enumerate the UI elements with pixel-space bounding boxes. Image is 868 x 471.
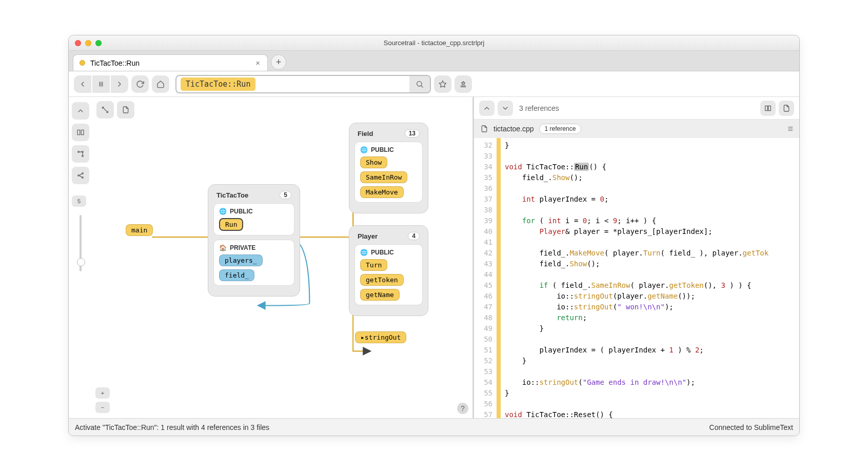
search-button[interactable] <box>409 76 430 92</box>
graph-sidebar: 5 <box>69 97 92 418</box>
status-bar: Activate "TicTacToe::Run": 1 result with… <box>69 418 799 436</box>
zoom-out-button[interactable]: − <box>95 402 110 413</box>
tab-status-icon <box>80 60 85 66</box>
references-label: 3 references <box>519 104 559 112</box>
titlebar: Sourcetrail - tictactoe_cpp.srctrlprj <box>69 35 799 51</box>
bookmarks-list-button[interactable] <box>455 75 472 93</box>
method-run[interactable]: Run <box>219 218 243 231</box>
zoom-in-button[interactable]: + <box>95 387 110 399</box>
node-badge: 13 <box>405 129 420 138</box>
home-button[interactable] <box>152 75 169 93</box>
snippet-mode-button[interactable] <box>760 101 776 116</box>
public-section: 🌐 PUBLIC <box>219 208 253 215</box>
file-view-button[interactable] <box>117 101 134 119</box>
node-badge: 5 <box>280 191 291 199</box>
code-body[interactable]: } void TicTacToe::Run() { field_.Show();… <box>501 138 799 418</box>
node-title: TicTacToe <box>216 191 248 199</box>
graph-pane: 5 <box>69 97 474 418</box>
method-turn[interactable]: Turn <box>360 259 387 271</box>
graph-canvas[interactable]: main TicTacToe5 🌐 PUBLIC Run 🏠 PRIVATE p… <box>92 97 472 418</box>
highlight-bar <box>497 138 501 418</box>
toolbar: TicTacToe::Run <box>69 71 799 97</box>
forward-button[interactable] <box>111 75 128 93</box>
private-section: 🏠 PRIVATE <box>219 244 255 251</box>
node-title: Player <box>358 232 378 240</box>
node-player[interactable]: Player4 🌐 PUBLIC Turn getToken getName <box>349 225 428 316</box>
svg-line-17 <box>103 107 108 113</box>
help-button[interactable]: ? <box>457 403 468 414</box>
dependencies-button[interactable] <box>72 145 89 163</box>
bookmark-button[interactable] <box>434 75 451 93</box>
new-tab-button[interactable]: + <box>271 54 286 70</box>
code-pane: 3 references tictactoe.cpp 1 reference ≡… <box>474 97 799 418</box>
code-pane-header: 3 references <box>474 97 799 120</box>
collapse-up-button[interactable] <box>72 102 89 120</box>
file-menu-button[interactable]: ≡ <box>787 124 793 134</box>
tab-close-button[interactable]: × <box>255 58 260 67</box>
file-name[interactable]: tictactoe.cpp <box>494 125 534 133</box>
svg-marker-5 <box>440 81 446 87</box>
svg-rect-18 <box>765 106 768 110</box>
layout-toggle-button[interactable] <box>72 124 89 141</box>
public-section: 🌐 PUBLIC <box>360 146 394 153</box>
snippet-view-button[interactable] <box>96 101 114 119</box>
svg-rect-10 <box>81 130 84 134</box>
callers-button[interactable] <box>72 167 89 184</box>
public-section: 🌐 PUBLIC <box>360 249 394 256</box>
svg-line-4 <box>422 86 423 87</box>
node-stringout[interactable]: ▸stringOut <box>355 331 406 343</box>
status-left: Activate "TicTacToe::Run": 1 result with… <box>75 423 269 431</box>
tab-label: TicTacToe::Run <box>90 59 140 67</box>
method-gettoken[interactable]: getToken <box>360 274 404 286</box>
node-field[interactable]: Field13 🌐 PUBLIC Show SameInRow MakeMove <box>349 123 428 213</box>
app-window: Sourcetrail - tictactoe_cpp.srctrlprj Ti… <box>68 35 800 436</box>
field-field[interactable]: field_ <box>219 269 254 281</box>
node-title: Field <box>358 130 373 138</box>
line-gutter: 32 33 34 35 36 37 38 39 40 41 42 43 44 4… <box>474 138 497 418</box>
tab-bar: TicTacToe::Run × + <box>69 51 799 71</box>
method-makemove[interactable]: MakeMove <box>360 186 404 198</box>
file-icon <box>480 125 488 133</box>
refresh-button[interactable] <box>131 75 149 93</box>
node-badge: 4 <box>408 232 420 240</box>
node-main[interactable]: main <box>126 224 153 236</box>
file-mode-button[interactable] <box>779 101 794 116</box>
tab-active[interactable]: TicTacToe::Run × <box>73 54 268 71</box>
file-refs-badge: 1 reference <box>539 124 582 134</box>
code-view[interactable]: 32 33 34 35 36 37 38 39 40 41 42 43 44 4… <box>474 138 799 418</box>
svg-rect-9 <box>77 130 80 134</box>
zoom-controls: + − <box>95 387 110 413</box>
window-title: Sourcetrail - tictactoe_cpp.srctrlprj <box>69 39 799 47</box>
zoom-slider[interactable] <box>80 215 82 271</box>
method-getname[interactable]: getName <box>360 289 400 301</box>
search-box[interactable]: TicTacToe::Run <box>175 75 431 93</box>
status-right: Connected to SublimeText <box>709 423 793 431</box>
method-sameinrow[interactable]: SameInRow <box>360 171 407 183</box>
file-bar: tictactoe.cpp 1 reference ≡ <box>474 120 799 138</box>
history-group <box>74 75 128 93</box>
prev-reference-button[interactable] <box>479 101 495 116</box>
zoom-level-label: 5 <box>72 195 86 207</box>
next-reference-button[interactable] <box>498 101 513 116</box>
search-chip[interactable]: TicTacToe::Run <box>181 77 255 91</box>
field-players[interactable]: players_ <box>219 254 263 266</box>
node-tictactoe[interactable]: TicTacToe5 🌐 PUBLIC Run 🏠 PRIVATE player… <box>208 184 300 297</box>
svg-rect-19 <box>768 106 771 110</box>
history-menu-button[interactable] <box>92 75 110 93</box>
content: 5 <box>69 97 799 418</box>
svg-marker-6 <box>462 81 465 84</box>
method-show[interactable]: Show <box>360 156 387 168</box>
svg-point-3 <box>417 81 422 86</box>
back-button[interactable] <box>74 75 91 93</box>
